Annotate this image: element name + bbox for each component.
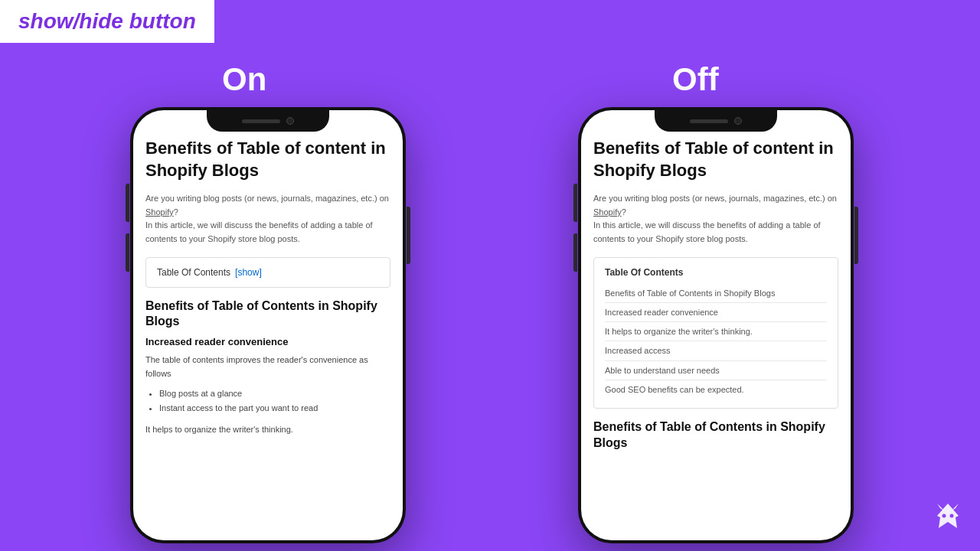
phone-on: Benefits of Table of content in Shopify … [130,107,406,543]
bullet-item-2: Instant access to the part you want to r… [159,401,390,416]
off-header: Off [672,61,719,98]
blog-title-on: Benefits of Table of content in Shopify … [145,138,390,181]
phone-notch-on [207,110,329,132]
toc-expanded: Table Of Contents Benefits of Table of C… [593,257,838,409]
toc-item-4[interactable]: Increased access [605,341,827,360]
phone-screen-on: Benefits of Table of content in Shopify … [133,110,403,540]
phone-notch-off [655,110,777,132]
top-label-text: show/hide button [18,9,196,33]
power-button-off [854,207,858,264]
section-h2-off: Benefits of Table of Contents in Shopify… [593,419,838,452]
volume-button-2-off [573,233,577,272]
toc-title-on: Table Of Contents [157,267,230,278]
section-h2-on: Benefits of Table of Contents in Shopify… [145,298,390,331]
blog-title-off: Benefits of Table of content in Shopify … [593,138,838,181]
camera-off [734,117,742,125]
on-label-text: On [222,61,266,97]
on-header: On [222,61,266,98]
volume-button-1 [126,184,129,222]
toc-collapsed: Table Of Contents [show] [145,257,390,288]
toc-show-button[interactable]: [show] [235,267,262,278]
toc-item-5[interactable]: Able to understand user needs [605,361,827,380]
svg-marker-3 [937,504,945,511]
off-label-text: Off [672,61,719,97]
phone-frame-off: Benefits of Table of content in Shopify … [578,107,854,543]
toc-header-off: Table Of Contents [605,267,827,278]
volume-button-1-off [573,184,577,222]
shopify-link-off[interactable]: Shopify [593,207,622,217]
shopify-link-on[interactable]: Shopify [145,207,174,217]
toc-item-1[interactable]: Benefits of Table of Contents in Shopify… [605,284,827,303]
svg-point-2 [950,514,954,518]
top-label-box: show/hide button [0,0,214,43]
footer-text-on: It helps to organize the writer's thinki… [145,423,390,437]
section-h3-on: Increased reader convenience [145,336,390,347]
speaker-on [242,119,280,123]
svg-point-1 [942,514,946,518]
toc-item-2[interactable]: Increased reader convenience [605,303,827,322]
power-button [407,207,410,264]
bullet-item-1: Blog posts at a glance [159,386,390,401]
speaker-off [690,119,728,123]
blog-intro-on: Are you writing blog posts (or news, jou… [145,192,390,246]
blog-intro-off: Are you writing blog posts (or news, jou… [593,192,838,246]
volume-button-2 [126,233,129,272]
phone-screen-off: Benefits of Table of content in Shopify … [581,110,851,540]
phone-off: Benefits of Table of content in Shopify … [578,107,854,543]
phone-content-off: Benefits of Table of content in Shopify … [581,110,851,540]
phone-frame-on: Benefits of Table of content in Shopify … [130,107,406,543]
bullet-list-on: Blog posts at a glance Instant access to… [159,386,390,415]
svg-marker-4 [951,504,959,511]
section-p-on: The table of contents improves the reade… [145,354,390,380]
phone-content-on: Benefits of Table of content in Shopify … [133,110,403,540]
camera-on [286,117,294,125]
toc-item-6[interactable]: Good SEO benefits can be expected. [605,380,827,399]
fox-icon [929,500,966,537]
toc-item-3[interactable]: It helps to organize the writer's thinki… [605,322,827,341]
